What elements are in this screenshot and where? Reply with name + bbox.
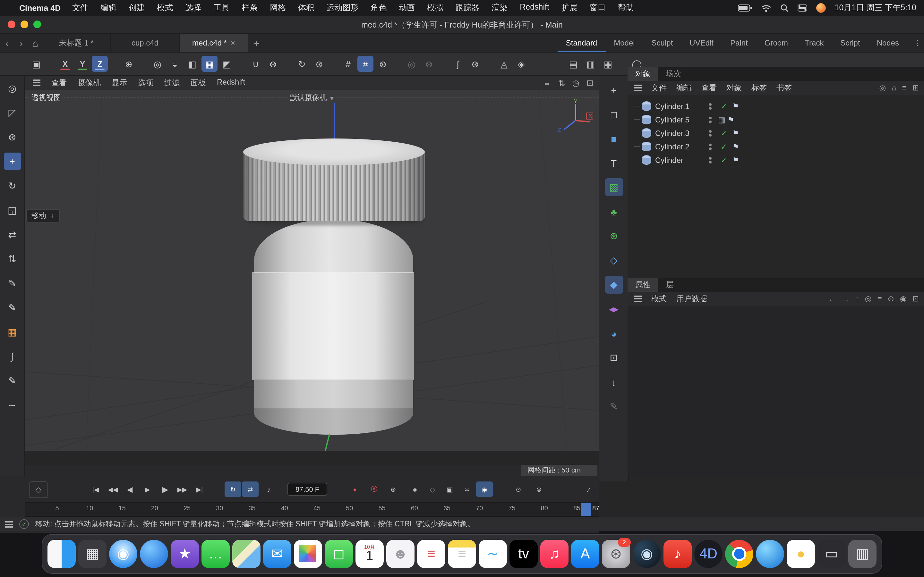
visibility-dots[interactable] xyxy=(704,116,717,123)
transform-x[interactable]: ⇄ xyxy=(3,226,21,243)
layout-tab[interactable]: Model xyxy=(606,34,643,52)
pan-view[interactable]: ⇔ xyxy=(543,78,551,87)
attribute-manager-tab[interactable]: 属性 xyxy=(628,278,658,292)
snap-toggle[interactable]: # xyxy=(357,56,373,72)
spline-smooth-tool[interactable]: ∼ xyxy=(3,396,21,414)
cylinder-object-icon[interactable] xyxy=(642,155,651,165)
filter[interactable]: ≡ xyxy=(877,294,882,303)
home-button[interactable]: ⌂ xyxy=(28,34,42,52)
modeling-axis[interactable]: ◬ xyxy=(496,56,512,72)
menu-bar-item[interactable]: 模式 xyxy=(157,3,173,13)
contacts[interactable]: ☻ xyxy=(386,540,415,568)
attribute-menu-item[interactable]: 用户数据 xyxy=(676,293,707,304)
sound-toggle[interactable]: ♪ xyxy=(260,482,277,497)
tool-settings[interactable]: ⊛ xyxy=(3,128,21,145)
render-to-picture-viewer[interactable]: ▥ xyxy=(583,56,599,72)
layout-browser[interactable]: ⊞ xyxy=(913,83,919,92)
object-tag-icons[interactable]: ⚑ xyxy=(732,155,741,164)
opengl-settings[interactable]: ⊛ xyxy=(421,56,437,72)
object-row[interactable]: Cylinder.1 ✓ ⚑ xyxy=(628,99,924,113)
key-parameter[interactable]: ≍ xyxy=(459,482,475,497)
object-manager-menu-item[interactable]: 查看 xyxy=(701,82,717,93)
move-tool[interactable]: + xyxy=(3,153,21,170)
polygon-mode[interactable]: ◆ xyxy=(605,276,623,293)
texture-mode[interactable]: T xyxy=(605,154,623,172)
screenshot-app[interactable]: ▭ xyxy=(817,540,846,568)
go-to-end[interactable]: ▶| xyxy=(191,482,208,497)
next-frame[interactable]: |▶ xyxy=(157,482,173,497)
cylinder-object-icon[interactable] xyxy=(642,142,651,151)
menu-bar-item[interactable]: 窗口 xyxy=(590,3,606,13)
object-row[interactable]: Cylinder.2 ✓ ⚑ xyxy=(628,140,924,153)
enhanced-opengl[interactable]: ◎ xyxy=(404,56,420,72)
cycle-playback[interactable]: ↻ xyxy=(225,482,241,497)
knife-tool[interactable]: ✎ xyxy=(3,372,21,389)
quantize-rotate[interactable]: ↻ xyxy=(294,56,310,72)
attribute-hamburger-icon[interactable] xyxy=(634,298,642,300)
spline-snap[interactable]: ∫ xyxy=(450,56,466,72)
control-center-icon[interactable] xyxy=(798,5,807,11)
current-frame-field[interactable]: 87.50 F xyxy=(288,483,327,496)
menu-bar-item[interactable]: 帮助 xyxy=(618,3,634,13)
visibility-dots[interactable] xyxy=(704,143,717,150)
system-settings[interactable]: ⊛ 2 xyxy=(602,540,630,568)
object-tag-icons[interactable]: ⚑ xyxy=(732,102,741,111)
point-mode[interactable]: ◇ xyxy=(605,251,623,269)
layout-tab[interactable]: Groom xyxy=(756,34,796,52)
ping-pong-playback[interactable]: ⇄ xyxy=(242,482,258,497)
safari[interactable]: ◉ xyxy=(109,540,137,568)
view-label[interactable]: 透视视图 xyxy=(29,93,63,103)
photos[interactable] xyxy=(294,540,322,568)
filter[interactable]: ≡ xyxy=(902,83,907,92)
workplane-mode[interactable]: ▧ xyxy=(605,178,623,196)
cylinder-object-icon[interactable] xyxy=(642,101,651,111)
lock[interactable]: ⊙ xyxy=(888,294,894,303)
apple-tv[interactable]: tv xyxy=(509,540,538,568)
camera-menu-icon[interactable]: ▾ xyxy=(330,93,334,102)
coordinate-system-icon[interactable]: ⊕ xyxy=(121,56,137,72)
menu-bar-item[interactable]: 角色 xyxy=(371,3,387,13)
up[interactable]: ↑ xyxy=(855,294,859,303)
object-row[interactable]: Cylinder ✓ ⚑ xyxy=(628,153,924,167)
visibility-dots[interactable] xyxy=(704,130,717,136)
menu-bar-item[interactable]: 编辑 xyxy=(100,3,116,13)
object-manager-menu-item[interactable]: 标签 xyxy=(751,82,767,93)
close-tab-icon[interactable]: × xyxy=(231,39,235,47)
layout-tab[interactable]: Nodes xyxy=(869,34,907,52)
key-scale[interactable]: ◇ xyxy=(424,482,441,497)
powerslider-ramp-icon[interactable]: ∕ xyxy=(581,482,598,497)
enabled-check-icon[interactable]: ✓ xyxy=(717,102,731,111)
viewport-menu-item[interactable]: 过滤 xyxy=(164,77,180,88)
nav-back-button[interactable]: ‹ xyxy=(0,34,14,52)
uv-mode[interactable]: ◕ xyxy=(605,324,623,342)
menu-bar-item[interactable]: 创建 xyxy=(129,3,145,13)
search-icon[interactable] xyxy=(780,4,788,12)
viewport-menu-item[interactable]: 摄像机 xyxy=(78,77,101,88)
popout[interactable]: ⊡ xyxy=(913,294,919,303)
autokey-toggle[interactable]: ◉ xyxy=(476,482,493,497)
mail[interactable]: ✉ xyxy=(263,540,291,568)
menu-bar-item[interactable]: Redshift xyxy=(520,3,549,13)
viewport-menu-item[interactable]: 查看 xyxy=(51,77,67,88)
window-title-bar[interactable]: med.c4d *（学生许可 - Freddy Hu的非商业许可） - Main xyxy=(0,16,924,34)
object-row[interactable]: Cylinder.3 ✓ ⚑ xyxy=(628,126,924,140)
zoom-tool[interactable]: ◎ xyxy=(3,79,21,97)
visibility-dots[interactable] xyxy=(704,103,717,109)
home[interactable]: ⌂ xyxy=(892,83,897,92)
viewport-solo[interactable]: ◒ xyxy=(167,56,183,72)
symmetry-mode[interactable]: ◂▸ xyxy=(605,300,623,318)
visibility-dots[interactable] xyxy=(704,157,717,163)
app-menu-title[interactable]: Cinema 4D xyxy=(19,3,61,13)
viewport-menu-item[interactable]: 选项 xyxy=(138,77,153,88)
document-tab[interactable]: med.c4d * × xyxy=(180,34,248,52)
object-manager-menu-item[interactable]: 文件 xyxy=(651,82,667,93)
chrome[interactable] xyxy=(725,540,753,568)
normal-move[interactable]: ◩ xyxy=(219,56,235,72)
object-manager-menu-item[interactable]: 编辑 xyxy=(676,82,692,93)
attribute-manager-tab[interactable]: 层 xyxy=(658,278,682,292)
launchpad[interactable]: ▦ xyxy=(78,540,107,568)
nav-forward-button[interactable]: › xyxy=(14,34,28,52)
back[interactable]: ← xyxy=(829,294,836,303)
object-mode[interactable]: ♣ xyxy=(605,203,623,221)
wifi-icon[interactable] xyxy=(761,4,771,12)
